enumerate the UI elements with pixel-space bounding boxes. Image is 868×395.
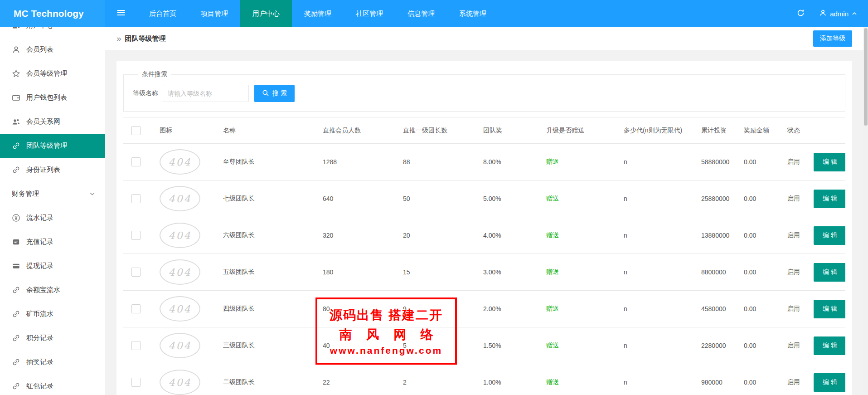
hamburger-menu-button[interactable]: [105, 0, 137, 27]
link-icon: [12, 286, 20, 294]
refresh-button[interactable]: [787, 0, 814, 27]
column-header: 奖励金额: [739, 117, 783, 144]
cell-name: 四级团队长: [223, 305, 255, 312]
sidebar-item[interactable]: 红包记录: [0, 374, 105, 395]
sidebar-item[interactable]: 身份证列表: [0, 158, 105, 182]
edit-button[interactable]: 编 辑: [814, 300, 845, 318]
cell-total-invest: 25880000: [701, 195, 729, 202]
edit-button[interactable]: 编 辑: [814, 373, 845, 392]
sidebar-item[interactable]: 财务管理: [0, 182, 105, 206]
cell-status: 启用: [787, 268, 800, 275]
broken-image-placeholder: 404: [160, 186, 200, 211]
nav-item[interactable]: 信息管理: [395, 0, 447, 27]
column-header: 直推一级团长数: [398, 117, 479, 144]
cell-direct-members: 80: [323, 305, 330, 312]
row-checkbox[interactable]: [131, 304, 141, 313]
row-checkbox[interactable]: [131, 157, 141, 166]
sidebar-item[interactable]: 充值记录: [0, 230, 105, 254]
person-icon: [12, 45, 20, 54]
link-icon: [12, 334, 20, 342]
sidebar-item[interactable]: 矿币流水: [0, 302, 105, 326]
scrollbar-thumb[interactable]: [864, 28, 868, 126]
row-checkbox[interactable]: [131, 231, 141, 240]
sidebar-item-label: 矿币流水: [26, 310, 53, 318]
caret-up-icon: [852, 10, 857, 18]
app-logo: MC Technology: [0, 0, 105, 27]
cell-team-reward: 1.00%: [483, 379, 501, 386]
sidebar-item-label: 用户中心: [26, 27, 53, 30]
cell-gift: 赠送: [546, 378, 559, 385]
nav-item[interactable]: 社区管理: [344, 0, 395, 27]
nav-item[interactable]: 后台首页: [137, 0, 189, 27]
cell-reward-amount: 0.00: [744, 305, 756, 312]
table-row: 404四级团队长8092.00%赠送n45800000.00启用编 辑: [123, 291, 845, 327]
cell-total-invest: 980000: [701, 379, 723, 386]
nav-item[interactable]: 系统管理: [447, 0, 499, 27]
column-header: 升级是否赠送: [542, 117, 619, 144]
link-icon: [12, 166, 20, 174]
cell-direct-leaders: 88: [403, 158, 410, 166]
row-checkbox[interactable]: [131, 378, 141, 387]
nav-item[interactable]: 项目管理: [189, 0, 240, 27]
cell-gift: 赠送: [546, 341, 559, 349]
cell-direct-members: 22: [323, 379, 330, 386]
sidebar-item[interactable]: 会员等级管理: [0, 62, 105, 86]
cell-generations: n: [624, 342, 627, 349]
level-name-input[interactable]: [163, 85, 249, 102]
search-fieldset: 条件搜索 等级名称 搜 索: [123, 70, 845, 112]
cell-status: 启用: [787, 158, 800, 165]
edit-button[interactable]: 编 辑: [814, 336, 845, 355]
nav-item[interactable]: 奖励管理: [292, 0, 344, 27]
nav-item[interactable]: 用户中心: [240, 0, 292, 27]
refresh-icon: [796, 9, 805, 19]
row-checkbox[interactable]: [131, 268, 141, 277]
sidebar-item[interactable]: 流水记录: [0, 206, 105, 230]
link-icon: [12, 141, 20, 150]
cell-gift: 赠送: [546, 305, 559, 312]
table-row: 404二级团队长2221.00%赠送n9800000.00启用编 辑: [123, 364, 845, 395]
cell-direct-members: 180: [323, 268, 333, 276]
edit-button[interactable]: 编 辑: [814, 190, 845, 208]
cell-direct-leaders: 2: [403, 379, 407, 386]
main-content: » 团队等级管理 添加等级 条件搜索 等级名称 搜 索: [105, 27, 863, 395]
row-checkbox[interactable]: [131, 341, 141, 350]
sidebar-item[interactable]: 团队等级管理: [0, 134, 105, 158]
cell-name: 至尊团队长: [223, 158, 255, 165]
cell-direct-leaders: 15: [403, 268, 410, 276]
sidebar-item[interactable]: 积分记录: [0, 326, 105, 350]
edit-button[interactable]: 编 辑: [814, 153, 845, 171]
sidebar-item-label: 用户钱包列表: [26, 93, 67, 102]
search-button[interactable]: 搜 索: [254, 85, 295, 102]
cell-direct-leaders: 9: [403, 305, 407, 312]
user-menu[interactable]: admin: [814, 0, 868, 27]
edit-button[interactable]: 编 辑: [814, 263, 845, 282]
header-right: admin: [787, 0, 868, 27]
cell-team-reward: 1.50%: [483, 342, 501, 349]
cell-status: 启用: [787, 378, 800, 385]
content-card: 条件搜索 等级名称 搜 索: [116, 61, 852, 395]
cell-team-reward: 3.00%: [483, 268, 501, 276]
select-all-checkbox[interactable]: [131, 126, 141, 135]
cell-direct-leaders: 5: [403, 342, 407, 349]
add-level-button[interactable]: 添加等级: [813, 30, 852, 47]
cell-team-reward: 2.00%: [483, 305, 501, 312]
sidebar-item[interactable]: 会员列表: [0, 38, 105, 62]
sidebar-item[interactable]: 抽奖记录: [0, 350, 105, 374]
column-header: 团队奖: [479, 117, 542, 144]
sidebar-item-label: 会员关系网: [26, 117, 60, 126]
edit-button[interactable]: 编 辑: [814, 226, 845, 245]
cell-total-invest: 13880000: [701, 232, 729, 239]
cell-generations: n: [624, 158, 627, 166]
table-row: 404七级团队长640505.00%赠送n258800000.00启用编 辑: [123, 180, 845, 217]
sidebar-item[interactable]: 会员关系网: [0, 110, 105, 134]
cell-name: 七级团队长: [223, 195, 255, 202]
sidebar-item[interactable]: 用户钱包列表: [0, 86, 105, 110]
row-checkbox[interactable]: [131, 194, 141, 203]
broken-image-placeholder: 404: [160, 370, 200, 395]
sidebar-item[interactable]: 用户中心: [0, 27, 105, 38]
sidebar-item[interactable]: 余额宝流水: [0, 278, 105, 302]
sidebar-item[interactable]: 提现记录: [0, 254, 105, 278]
cell-name: 二级团队长: [223, 378, 255, 385]
wallet-icon: [12, 93, 20, 102]
cell-gift: 赠送: [546, 268, 559, 275]
